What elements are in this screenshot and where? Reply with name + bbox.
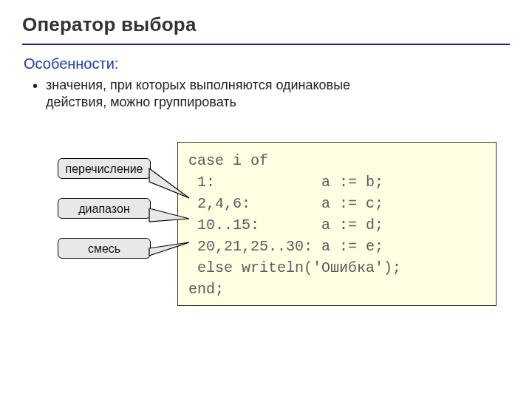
callout-group: перечисление диапазон смесь [58, 158, 176, 278]
code-line-2: 1: a := b; [188, 174, 383, 191]
code-line-1: case i of [188, 152, 268, 169]
code-block: case i of 1: a := b; 2,4,6: a := c; 10..… [177, 142, 497, 306]
callout-mix: смесь [58, 238, 151, 259]
title-underline [22, 44, 510, 45]
code-line-7: end; [188, 281, 224, 298]
slide-subtitle: Особенности: [24, 55, 510, 72]
callout-enumeration: перечисление [58, 158, 151, 179]
bullet-text-line1: значения, при которых выполняются одинак… [46, 78, 350, 109]
code-line-3: 2,4,6: a := c; [188, 195, 383, 212]
code-line-5: 20,21,25..30: a := e; [188, 238, 383, 255]
code-line-4: 10..15: a := d; [188, 216, 383, 233]
callout-range: диапазон [58, 198, 151, 219]
bullet-point: значения, при которых выполняются одинак… [46, 77, 510, 112]
code-line-6: else writeln('Ошибка'); [188, 259, 401, 276]
slide-title: Оператор выбора [22, 13, 510, 41]
